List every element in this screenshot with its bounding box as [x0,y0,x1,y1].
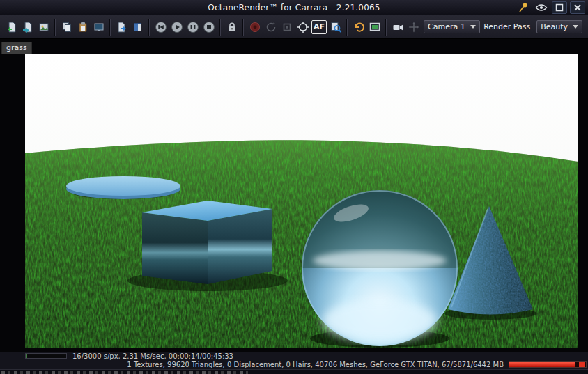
stop-render-button[interactable] [201,18,217,36]
infobar: 1 Textures, 99620 Triangles, 0 Displacem… [0,360,588,369]
fullscreen-icon [369,21,381,33]
new-scene-button[interactable] [3,18,20,36]
gpu-memory-fill [509,362,575,367]
chevron-down-icon [573,25,578,29]
open-scene-icon [22,21,34,33]
truncated-text-marks [1,371,248,374]
toolbar-separator [109,19,111,36]
camera-icon [392,21,404,33]
scene-tab[interactable]: grass [1,42,32,54]
camera-transform-icon [408,21,420,33]
gpu-memory-cap [579,362,585,367]
maximize-button[interactable] [552,1,567,14]
cube-right-face [208,209,272,284]
maximize-icon [555,3,564,13]
lock-resolution-button[interactable] [224,18,240,36]
save-image-icon [38,21,50,33]
clone-window-button[interactable] [91,18,107,36]
pause-render-button[interactable] [185,18,201,36]
camera-select-value: Camera 1 [428,22,465,31]
camera-select[interactable]: Camera 1 [424,20,480,33]
camera-transform-button[interactable] [405,18,421,36]
octane-render-window: OctaneRender™ for Carrara - 2.21.0065 [0,0,588,374]
render-region-button[interactable] [327,18,343,36]
copy-icon [61,21,73,33]
titlebar[interactable]: OctaneRender™ for Carrara - 2.21.0065 [0,0,588,15]
disc-top [66,176,180,196]
background-window-edge [0,369,588,374]
focus-picker-button[interactable] [295,18,311,36]
render-pass-group: Render Pass Beauty [483,20,585,33]
pin-button[interactable] [516,1,531,14]
film-settings-button[interactable] [247,18,263,36]
camera-button[interactable] [389,18,405,36]
undo-icon [353,21,365,33]
fullscreen-button[interactable] [366,18,382,36]
af-toggle[interactable]: AF [311,20,327,34]
gpu-memory-bar [509,361,587,368]
play-render-button[interactable] [169,18,185,36]
close-button[interactable] [570,1,585,14]
lock-resolution-icon [226,21,238,33]
render-stats-text: 16/3000 s/px, 2.31 Ms/sec, 00:00:14/00:4… [72,352,233,360]
clone-window-icon [93,21,105,33]
statusbar: 16/3000 s/px, 2.31 Ms/sec, 00:00:14/00:4… [0,352,588,360]
restart-render-button[interactable] [153,18,169,36]
window-controls [516,0,585,15]
window-title: OctaneRender™ for Carrara - 2.21.0065 [0,3,588,13]
new-scene-icon [6,21,18,33]
pause-render-icon [187,21,199,33]
render-scene[interactable] [25,54,578,348]
sync-button[interactable] [279,18,295,36]
refresh-button[interactable] [263,18,279,36]
material-library-icon [132,21,144,33]
render-pass-select[interactable]: Beauty [536,20,582,33]
pin-icon [517,1,529,14]
play-render-icon [171,21,183,33]
undo-button[interactable] [350,18,366,36]
cube-left-face [142,212,208,284]
toolbar-separator [54,19,56,36]
close-icon [573,3,582,13]
refresh-icon [265,21,277,33]
toolbar-separator [242,19,244,36]
render-viewport[interactable]: grass [0,39,588,352]
open-scene-button[interactable] [20,18,36,36]
render-progress-bar [25,353,67,359]
copy-button[interactable] [59,18,75,36]
toolbar-separator [148,19,150,36]
sync-icon [281,21,293,33]
toolbar: AF [0,15,588,39]
render-pass-select-value: Beauty [541,22,568,31]
toolbar-separator [219,19,221,36]
save-image-button[interactable] [36,18,52,36]
export-material-button[interactable] [114,18,130,36]
restart-render-icon [155,21,167,33]
material-library-button[interactable] [130,18,146,36]
paste-button[interactable] [75,18,91,36]
toolbar-separator [346,19,348,36]
visibility-button[interactable] [534,1,549,14]
render-pass-label: Render Pass [483,22,530,31]
chevron-down-icon [470,25,476,29]
paste-icon [77,21,89,33]
export-material-icon [116,21,128,33]
render-progress-fill [26,354,27,358]
sphere-horizon-band [313,251,447,270]
focus-picker-icon [297,21,309,33]
render-region-icon [330,21,342,33]
film-settings-icon [249,21,261,33]
toolbar-separator [385,19,387,36]
scene-stats-text: 1 Textures, 99620 Triangles, 0 Displacem… [127,361,504,368]
eye-icon [534,1,548,14]
stop-render-icon [203,21,215,33]
